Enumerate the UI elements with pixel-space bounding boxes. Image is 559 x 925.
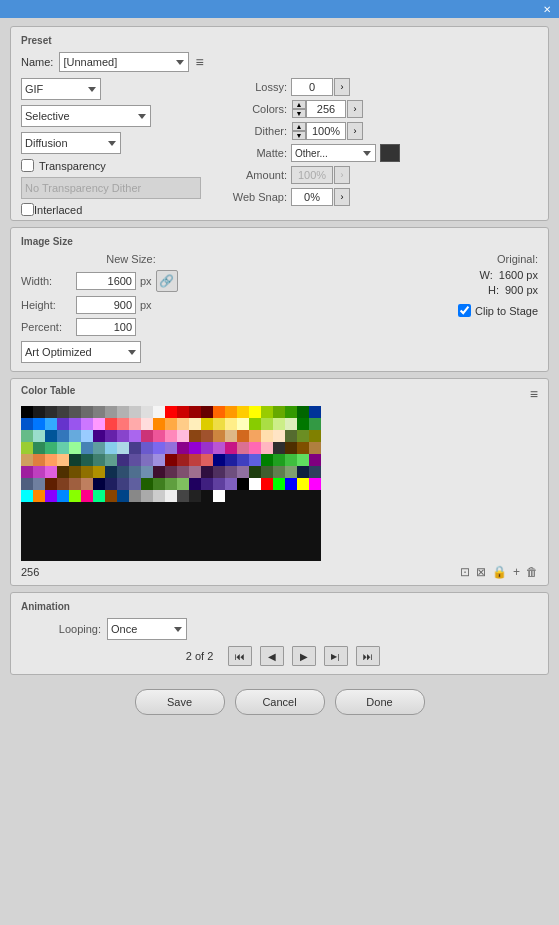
color-cell[interactable] (201, 442, 213, 454)
colors-up[interactable]: ▲ (292, 100, 306, 109)
color-cell[interactable] (309, 454, 321, 466)
color-cell[interactable] (33, 418, 45, 430)
color-cell[interactable] (165, 466, 177, 478)
color-cell[interactable] (117, 490, 129, 502)
color-cell[interactable] (45, 430, 57, 442)
cancel-button[interactable]: Cancel (235, 689, 325, 715)
color-cell[interactable] (21, 490, 33, 502)
format-select[interactable]: GIF (21, 78, 101, 100)
color-cell[interactable] (189, 478, 201, 490)
color-lock-icon[interactable]: 🔒 (492, 565, 507, 579)
colors-arrow[interactable]: › (347, 100, 363, 118)
width-input[interactable] (76, 272, 136, 290)
color-cell[interactable] (129, 418, 141, 430)
height-input[interactable] (76, 296, 136, 314)
color-cell[interactable] (69, 406, 81, 418)
color-add-icon[interactable]: ⊡ (460, 565, 470, 579)
color-cell[interactable] (141, 454, 153, 466)
colors-spin[interactable]: ▲ ▼ (292, 100, 306, 118)
color-cell[interactable] (177, 454, 189, 466)
color-cell[interactable] (261, 466, 273, 478)
color-new-icon[interactable]: + (513, 565, 520, 579)
color-cell[interactable] (153, 466, 165, 478)
dither-input[interactable] (306, 122, 346, 140)
color-cell[interactable] (57, 478, 69, 490)
color-cell[interactable] (177, 490, 189, 502)
color-cell[interactable] (261, 478, 273, 490)
color-cell[interactable] (129, 466, 141, 478)
color-cell[interactable] (237, 478, 249, 490)
color-cell[interactable] (69, 478, 81, 490)
palette-select[interactable]: Selective (21, 105, 151, 127)
color-cell[interactable] (225, 454, 237, 466)
color-cell[interactable] (261, 418, 273, 430)
color-cell[interactable] (261, 406, 273, 418)
color-cell[interactable] (141, 418, 153, 430)
color-cell[interactable] (201, 406, 213, 418)
color-cell[interactable] (285, 454, 297, 466)
color-cell[interactable] (237, 406, 249, 418)
color-cell[interactable] (105, 442, 117, 454)
color-cell[interactable] (153, 490, 165, 502)
color-cell[interactable] (21, 478, 33, 490)
color-cell[interactable] (249, 442, 261, 454)
color-cell[interactable] (81, 430, 93, 442)
color-cell[interactable] (153, 454, 165, 466)
color-cell[interactable] (45, 490, 57, 502)
color-cell[interactable] (105, 466, 117, 478)
color-cell[interactable] (177, 442, 189, 454)
color-cell[interactable] (81, 478, 93, 490)
color-cell[interactable] (213, 418, 225, 430)
color-cell[interactable] (285, 418, 297, 430)
color-cell[interactable] (69, 418, 81, 430)
color-cell[interactable] (165, 454, 177, 466)
color-cell[interactable] (117, 478, 129, 490)
color-cell[interactable] (45, 418, 57, 430)
color-cell[interactable] (105, 418, 117, 430)
color-cell[interactable] (189, 442, 201, 454)
color-cell[interactable] (57, 418, 69, 430)
color-cell[interactable] (237, 442, 249, 454)
lossy-arrow[interactable]: › (334, 78, 350, 96)
color-cell[interactable] (93, 418, 105, 430)
color-cell[interactable] (33, 490, 45, 502)
colors-down[interactable]: ▼ (292, 109, 306, 118)
color-cell[interactable] (81, 406, 93, 418)
color-cell[interactable] (237, 454, 249, 466)
color-cell[interactable] (225, 406, 237, 418)
color-cell[interactable] (213, 490, 225, 502)
color-cell[interactable] (213, 406, 225, 418)
color-cell[interactable] (93, 478, 105, 490)
color-cell[interactable] (237, 418, 249, 430)
color-cell[interactable] (45, 478, 57, 490)
color-cell[interactable] (273, 454, 285, 466)
color-cell[interactable] (57, 442, 69, 454)
color-cell[interactable] (141, 442, 153, 454)
color-cell[interactable] (93, 430, 105, 442)
color-cell[interactable] (105, 478, 117, 490)
color-cell[interactable] (309, 406, 321, 418)
color-cell[interactable] (117, 466, 129, 478)
color-cell[interactable] (33, 406, 45, 418)
color-cell[interactable] (249, 418, 261, 430)
prev-frame-btn[interactable]: ◀ (260, 646, 284, 666)
color-cell[interactable] (45, 406, 57, 418)
color-cell[interactable] (225, 466, 237, 478)
save-button[interactable]: Save (135, 689, 225, 715)
color-cell[interactable] (45, 454, 57, 466)
color-cell[interactable] (69, 442, 81, 454)
color-cell[interactable] (141, 490, 153, 502)
color-cell[interactable] (93, 406, 105, 418)
color-cell[interactable] (285, 478, 297, 490)
color-cell[interactable] (273, 418, 285, 430)
color-cell[interactable] (21, 430, 33, 442)
color-cell[interactable] (189, 418, 201, 430)
color-cell[interactable] (165, 406, 177, 418)
preset-menu-icon[interactable]: ≡ (195, 54, 203, 70)
last-frame-btn[interactable]: ⏭ (356, 646, 380, 666)
color-grid[interactable] (21, 406, 321, 561)
matte-color-swatch[interactable] (380, 144, 400, 162)
color-cell[interactable] (57, 430, 69, 442)
websnap-input[interactable] (291, 188, 333, 206)
color-cell[interactable] (69, 490, 81, 502)
